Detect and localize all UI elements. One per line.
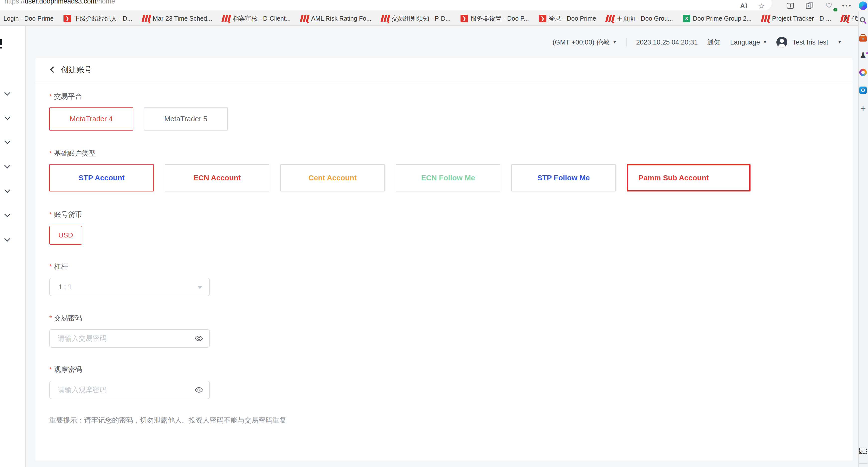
username: Test Iris test [792, 38, 828, 46]
doo-prime-p-icon: ❯ [539, 15, 547, 22]
webpage: (GMT +00:00) 伦敦 2023.10.25 04:20:31 通知 L… [0, 26, 858, 467]
create-account-card: 创建账号 交易平台 MetaTrader 4 MetaTrader 5 基础账户… [35, 58, 852, 461]
sidebar-chevron-down-icon[interactable] [4, 114, 10, 120]
show-password-eye-icon[interactable] [194, 386, 204, 395]
left-sidebar [0, 26, 26, 467]
password-warning-text: 重要提示：请牢记您的密码，切勿泄露他人。投资人密码不能与交易密码重复 [49, 416, 839, 425]
more-options-icon[interactable]: ••• [840, 0, 854, 11]
page-title: 创建账号 [61, 64, 92, 75]
show-password-eye-icon[interactable] [194, 334, 204, 344]
datetime-display: 2023.10.25 04:20:31 [636, 38, 698, 46]
bookmark-item[interactable]: AML Risk Rating Fo... [301, 15, 371, 22]
bookmarks-bar: Login - Doo Prime ❯下级介绍经纪人 - D... Mar-23… [0, 11, 858, 26]
bookmark-item[interactable]: 档案审核 - D-Client... [222, 14, 291, 23]
doo-logo-icon [381, 15, 390, 22]
toolbox-icon[interactable] [859, 36, 867, 41]
bookmark-item[interactable]: Mar-23 Time Sched... [143, 15, 212, 22]
sidebar-chevron-down-icon[interactable] [4, 90, 10, 96]
watch-password-input[interactable] [49, 381, 210, 399]
chevron-down-icon [197, 286, 203, 289]
doo-prime-p-icon: ❯ [63, 15, 71, 22]
cut-off-logo-icon [0, 47, 2, 48]
leverage-label: 杠杆 [49, 262, 839, 271]
url-scheme: https:// [4, 0, 25, 5]
copilot-icon[interactable] [856, 0, 868, 11]
browser-toolbar: https://user.dooprimeads3.com/home A ☆ +… [0, 0, 868, 11]
cut-off-logo-icon [0, 39, 2, 45]
outlook-icon[interactable]: O [859, 87, 867, 94]
sidebar-chevron-down-icon[interactable] [4, 138, 10, 144]
platform-option-mt5[interactable]: MetaTrader 5 [144, 107, 228, 131]
bookmark-item[interactable]: 交易组别须知 - P-D... [381, 14, 451, 23]
bookmark-item[interactable]: Login - Doo Prime [3, 15, 54, 22]
strip-divider [859, 463, 868, 464]
leverage-value: 1 : 1 [58, 283, 72, 291]
watch-password-label: 观摩密码 [49, 365, 839, 374]
doo-logo-icon [761, 15, 770, 22]
favorite-star-icon[interactable]: ☆ [754, 0, 768, 11]
account-type-options: STP Account ECN Account Cent Account ECN… [49, 164, 839, 192]
notifications-link[interactable]: 通知 [707, 38, 721, 47]
excel-icon: X [683, 15, 690, 22]
split-screen-icon[interactable] [783, 0, 797, 11]
doo-prime-p-icon: ❯ [461, 15, 468, 22]
sidebar-chevron-down-icon[interactable] [4, 235, 10, 241]
account-type-ecn-follow-me[interactable]: ECN Follow Me [396, 164, 500, 192]
trade-password-label: 交易密码 [49, 313, 839, 323]
bookmark-item[interactable]: Project Tracker - D-... [762, 15, 831, 22]
sidebar-chevron-down-icon[interactable] [4, 211, 10, 217]
leverage-select[interactable]: 1 : 1 [49, 278, 210, 296]
doo-logo-icon [221, 15, 231, 22]
currency-option-usd[interactable]: USD [49, 226, 82, 245]
screenshot-snip-icon[interactable] [859, 447, 867, 454]
microsoft365-icon[interactable] [859, 69, 867, 76]
account-type-stp-follow-me[interactable]: STP Follow Me [511, 164, 616, 192]
account-type-ecn[interactable]: ECN Account [165, 164, 269, 192]
sidebar-chevron-down-icon[interactable] [4, 162, 10, 168]
platform-option-mt4[interactable]: MetaTrader 4 [49, 107, 133, 131]
back-icon[interactable] [50, 66, 56, 73]
bookmark-item[interactable]: ❯登录 - Doo Prime [539, 14, 596, 23]
platform-label: 交易平台 [49, 92, 839, 101]
bookmark-item[interactable]: XDoo Prime Group 2... [683, 15, 751, 22]
sidebar-chevron-down-icon[interactable] [4, 187, 10, 193]
user-menu-chevron-icon[interactable] [838, 40, 842, 44]
account-type-label: 基础账户类型 [49, 149, 839, 158]
trade-password-input[interactable] [49, 329, 210, 347]
language-selector[interactable]: Language [730, 38, 767, 46]
url-path: /home [96, 0, 115, 5]
platform-options: MetaTrader 4 MetaTrader 5 [49, 107, 839, 131]
read-aloud-icon[interactable]: A [737, 0, 751, 11]
browser-essentials-icon[interactable]: ♡✓ [822, 0, 836, 11]
timezone-selector[interactable]: (GMT +00:00) 伦敦 [553, 38, 617, 47]
card-title-row: 创建账号 [35, 58, 852, 82]
site-header: (GMT +00:00) 伦敦 2023.10.25 04:20:31 通知 L… [553, 35, 842, 50]
account-type-cent[interactable]: Cent Account [280, 164, 385, 192]
bookmark-item[interactable]: 主页面 - Doo Grou... [606, 14, 673, 23]
search-icon[interactable] [859, 16, 867, 24]
url-text[interactable]: https://user.dooprimeads3.com/home [4, 0, 115, 5]
header-separator [626, 38, 626, 46]
avatar[interactable] [776, 37, 787, 48]
currency-label: 账号货币 [49, 210, 839, 219]
games-icon[interactable]: ♟ [860, 51, 867, 59]
doo-logo-icon [300, 15, 309, 22]
account-type-pamm-sub[interactable]: Pamm Sub Account [627, 164, 750, 192]
bookmark-item[interactable]: ❯下级介绍经纪人 - D... [63, 14, 132, 23]
doo-logo-icon [605, 15, 615, 22]
edge-sidebar [858, 11, 868, 467]
doo-logo-icon [142, 15, 151, 22]
address-bar[interactable]: https://user.dooprimeads3.com/home [0, 0, 772, 10]
add-icon[interactable]: + [860, 103, 866, 114]
bookmark-item[interactable]: ❯服务器设置 - Doo P... [461, 14, 529, 23]
url-domain: user.dooprimeads3.com [25, 0, 96, 5]
account-type-stp[interactable]: STP Account [49, 164, 154, 192]
collections-icon[interactable]: + [803, 0, 816, 11]
